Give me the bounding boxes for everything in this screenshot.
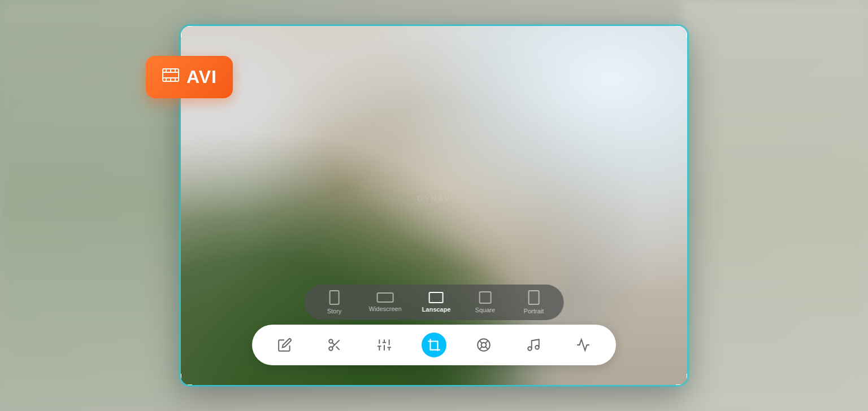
svg-line-31 xyxy=(485,347,488,349)
activity-button[interactable] xyxy=(571,333,596,357)
svg-point-15 xyxy=(329,347,333,351)
portrait-label: Portrait xyxy=(524,308,544,314)
activity-icon xyxy=(576,338,591,352)
corner-handle-tr[interactable] xyxy=(676,25,688,37)
scissors-icon xyxy=(327,338,342,352)
aspect-toolbar: Story Widescreen Lanscape xyxy=(305,285,564,320)
music-icon xyxy=(526,338,541,352)
story-shape-icon xyxy=(329,290,340,305)
widescreen-label: Widescreen xyxy=(369,305,402,312)
square-label: Square xyxy=(475,307,495,313)
svg-point-35 xyxy=(535,346,539,349)
film-icon xyxy=(162,66,180,88)
svg-rect-9 xyxy=(330,291,339,304)
effect-icon xyxy=(476,338,491,352)
svg-point-29 xyxy=(481,343,487,348)
aspect-portrait[interactable]: Portrait xyxy=(519,290,548,314)
svg-line-30 xyxy=(479,340,482,343)
landscape-shape-icon xyxy=(429,292,444,303)
portrait-shape-icon xyxy=(528,290,539,305)
svg-point-34 xyxy=(528,347,532,351)
corner-handle-br[interactable] xyxy=(676,374,688,386)
tool-bar xyxy=(252,325,616,365)
aspect-landscape[interactable]: Lanscape xyxy=(422,292,451,313)
svg-line-33 xyxy=(479,347,482,349)
effect-button[interactable] xyxy=(471,333,496,357)
main-card: AVI DYNAV Story xyxy=(180,25,688,386)
aspect-widescreen[interactable]: Widescreen xyxy=(369,292,402,312)
svg-rect-10 xyxy=(377,293,393,302)
card-inner: DYNAV Story xyxy=(180,25,688,386)
edit-button[interactable] xyxy=(272,333,297,357)
aspect-square[interactable]: Square xyxy=(471,291,499,313)
svg-point-14 xyxy=(329,339,333,343)
adjust-button[interactable] xyxy=(372,333,397,357)
avi-label: AVI xyxy=(186,67,217,88)
landscape-label: Lanscape xyxy=(422,306,451,313)
sliders-icon xyxy=(377,338,392,352)
corner-handle-tl[interactable] xyxy=(180,25,192,37)
cut-button[interactable] xyxy=(322,333,347,357)
corner-handle-bl[interactable] xyxy=(180,374,192,386)
widescreen-shape-icon xyxy=(377,292,394,303)
crop-button[interactable] xyxy=(422,333,446,357)
svg-line-17 xyxy=(336,347,340,350)
square-shape-icon xyxy=(479,291,491,304)
avi-badge[interactable]: AVI xyxy=(146,56,233,98)
aspect-story[interactable]: Story xyxy=(320,290,349,314)
svg-line-32 xyxy=(485,340,488,343)
pencil-icon xyxy=(277,338,292,352)
audio-button[interactable] xyxy=(521,333,546,357)
svg-rect-12 xyxy=(479,292,491,303)
background-blur-right xyxy=(682,0,868,411)
crop-icon xyxy=(427,338,441,352)
svg-rect-11 xyxy=(429,292,443,303)
story-label: Story xyxy=(327,308,342,314)
svg-rect-13 xyxy=(528,291,539,304)
svg-line-18 xyxy=(332,343,335,345)
watermark: DYNAV xyxy=(418,194,451,203)
